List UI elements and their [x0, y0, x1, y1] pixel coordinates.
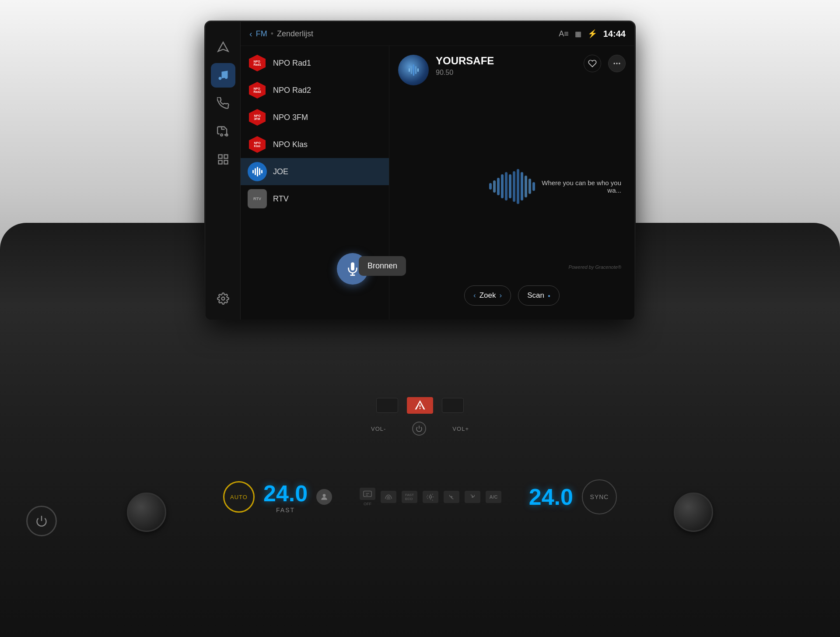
- bluetooth-icon: ⚡: [588, 29, 597, 39]
- fast-eco-button[interactable]: FASTECO: [402, 491, 417, 503]
- left-temp-display-group: 24.0 FAST: [263, 480, 308, 514]
- ac-label: A/C: [490, 494, 498, 500]
- sun-svg-icon: [426, 493, 435, 501]
- svg-point-8: [619, 63, 620, 64]
- ac-slot-right: [442, 398, 464, 413]
- sidebar-item-apps[interactable]: [211, 147, 235, 172]
- back-button[interactable]: ‹: [249, 29, 252, 39]
- npo-3fm-logo: NPO3FM: [248, 108, 267, 127]
- svg-point-5: [221, 297, 224, 300]
- npo-klas-logo: NPOKlas: [248, 135, 267, 154]
- sort-icon[interactable]: A≡: [559, 29, 569, 39]
- sidebar-item-phone[interactable]: [211, 91, 235, 116]
- rear-off-icon: [360, 488, 375, 500]
- navigation-icon: [217, 41, 229, 53]
- header-right: A≡ ▦ ⚡ 14:44: [559, 29, 626, 39]
- center-controls: [376, 397, 464, 414]
- power-icon-main: [35, 515, 48, 527]
- favorite-button[interactable]: [584, 55, 601, 72]
- header-bar: ‹ FM • Zenderlijst A≡ ▦ ⚡ 14:44: [241, 22, 634, 46]
- vol-plus-label[interactable]: VOL+: [452, 426, 469, 432]
- station-name-joe: JOE: [273, 167, 288, 176]
- station-item-npo-rad2[interactable]: NPORad2 NPO Rad2: [241, 77, 389, 104]
- infotainment-screen: ‹ FM • Zenderlijst A≡ ▦ ⚡ 14:44: [206, 22, 634, 320]
- sidebar-item-settings[interactable]: [211, 286, 235, 311]
- station-name-npo-rad1: NPO Rad1: [273, 59, 311, 68]
- station-name-npo-klas: NPO Klas: [273, 140, 308, 149]
- station-item-npo-klas[interactable]: NPOKlas NPO Klas: [241, 131, 389, 158]
- hazard-button[interactable]: [407, 397, 433, 414]
- fan-left-icon: [444, 491, 459, 503]
- person-icon-left: [316, 489, 332, 505]
- power-icon-small: [416, 425, 423, 432]
- joe-logo: [248, 162, 267, 181]
- seek-next-icon: ›: [500, 291, 502, 300]
- hvac-area: AUTO 24.0 FAST OFF: [223, 479, 617, 514]
- seek-button[interactable]: ‹ Zoek ›: [464, 285, 511, 306]
- station-name-npo-3fm: NPO 3FM: [273, 113, 308, 122]
- auto-label: AUTO: [230, 494, 248, 500]
- scan-dot-icon: ●: [548, 293, 550, 298]
- gear-icon: [217, 292, 229, 305]
- breadcrumb-separator: •: [271, 29, 273, 39]
- sync-button[interactable]: SYNC: [582, 479, 617, 514]
- front-defrost-button[interactable]: [381, 491, 396, 503]
- svg-point-6: [614, 63, 615, 64]
- sun-button[interactable]: [423, 491, 438, 503]
- now-playing-station-name: YOURSAFE: [436, 55, 577, 67]
- content-panels: NPORad1 NPO Rad1 NPORad2: [241, 46, 634, 320]
- more-dots-icon: [612, 59, 621, 68]
- power-button-main[interactable]: [26, 506, 57, 536]
- station-item-rtv[interactable]: RTV RTV: [241, 185, 389, 212]
- rear-off-button[interactable]: OFF: [360, 488, 375, 506]
- station-item-joe[interactable]: JOE: [241, 158, 389, 185]
- hvac-right: 24.0 SYNC: [529, 479, 617, 514]
- hvac-center-buttons: OFF FASTECO: [360, 488, 501, 506]
- right-temp-knob[interactable]: [674, 493, 713, 532]
- seek-label: Zoek: [480, 291, 496, 300]
- microphone-icon: [346, 262, 360, 276]
- ac-button[interactable]: A/C: [486, 491, 501, 503]
- zenderlijst-label: Zenderlijst: [277, 29, 313, 39]
- defrost-icon: [384, 493, 393, 501]
- sidebar-item-music[interactable]: [211, 63, 235, 88]
- action-icons: [584, 55, 626, 72]
- main-content: ‹ FM • Zenderlijst A≡ ▦ ⚡ 14:44: [241, 22, 634, 320]
- svg-marker-0: [218, 42, 228, 51]
- left-temp-knob[interactable]: [127, 493, 166, 532]
- station-item-npo-rad1[interactable]: NPORad1 NPO Rad1: [241, 49, 389, 77]
- fast-eco-label-icon: FASTECO: [405, 493, 414, 501]
- ac-icon: A/C: [486, 491, 501, 503]
- scan-button[interactable]: Scan ●: [518, 285, 560, 306]
- station-list: NPORad1 NPO Rad1 NPORad2: [241, 46, 389, 320]
- header-left: ‹ FM • Zenderlijst: [249, 29, 313, 39]
- phone-icon: [217, 97, 229, 109]
- station-item-npo-3fm[interactable]: NPO3FM NPO 3FM: [241, 104, 389, 131]
- grid-view-icon[interactable]: ▦: [575, 30, 581, 38]
- now-playing-top: YOURSAFE 90.50: [398, 55, 626, 85]
- fast-eco-icon: FASTECO: [402, 491, 417, 503]
- clock-display: 14:44: [603, 29, 626, 39]
- rtv-logo: RTV: [248, 189, 267, 208]
- fm-label[interactable]: FM: [256, 29, 267, 39]
- fan-left-button[interactable]: [444, 491, 459, 503]
- sync-label: SYNC: [590, 493, 609, 500]
- rear-off-label: OFF: [364, 502, 371, 506]
- grid-icon: [217, 153, 229, 165]
- sidebar: [206, 22, 241, 320]
- bottom-controls: ‹ Zoek › Scan ●: [398, 278, 626, 311]
- auto-button[interactable]: AUTO: [223, 481, 255, 513]
- svg-rect-3: [218, 160, 222, 164]
- power-button-small[interactable]: [412, 422, 426, 436]
- sidebar-item-car[interactable]: [211, 119, 235, 144]
- audio-waveform: [489, 169, 535, 204]
- gracenote-label: Powered by Gracenote®: [568, 264, 621, 270]
- svg-point-11: [429, 496, 432, 498]
- vol-minus-label[interactable]: VOL-: [371, 426, 386, 432]
- station-name-rtv: RTV: [273, 194, 289, 204]
- sidebar-item-nav[interactable]: [211, 35, 235, 60]
- now-playing-frequency: 90.50: [436, 69, 577, 77]
- fast-label: FAST: [276, 507, 295, 514]
- fan-right-button[interactable]: [465, 491, 480, 503]
- more-options-button[interactable]: [608, 55, 626, 72]
